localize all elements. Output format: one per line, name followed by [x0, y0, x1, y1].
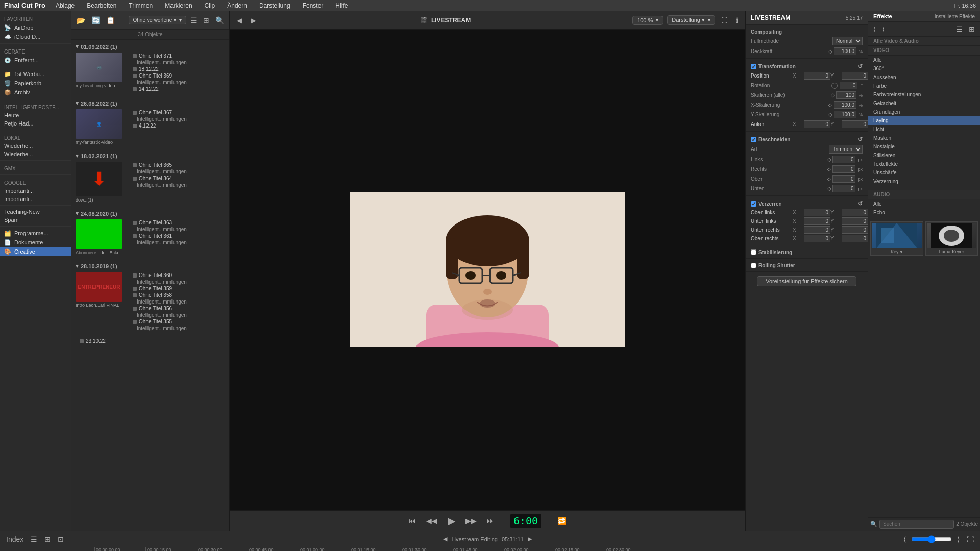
- sidebar-item-programme[interactable]: 🗂️ Programme...: [0, 229, 71, 238]
- date-arrow-5[interactable]: ▾: [76, 263, 79, 269]
- crop-type-select[interactable]: Trimmen: [829, 145, 863, 154]
- browser-icon-btn1[interactable]: 📂: [75, 15, 87, 26]
- sidebar-item-creative[interactable]: 🎨 Creative: [0, 247, 71, 256]
- menu-darstellung[interactable]: Darstellung: [257, 2, 292, 9]
- timeline-view-btn1[interactable]: ☰: [29, 534, 39, 544]
- view-list-btn[interactable]: ☰: [188, 15, 199, 26]
- effects-cat-alle[interactable]: Alle: [868, 56, 980, 64]
- video-header[interactable]: VIDEO: [868, 46, 980, 55]
- timeline-view-btn3[interactable]: ⊡: [56, 534, 66, 544]
- control-skip-fwd[interactable]: ⏭: [485, 516, 496, 526]
- browser-icon-btn3[interactable]: 📋: [104, 15, 117, 26]
- effects-grid-view[interactable]: ⊞: [967, 24, 977, 34]
- rolling-shutter-checkbox[interactable]: [751, 263, 756, 268]
- distort-tr-x[interactable]: [804, 235, 830, 242]
- crop-left-input[interactable]: [832, 156, 855, 163]
- effects-cat-farbvorei[interactable]: Farbvoreinstellungen: [868, 90, 980, 99]
- event-ohne-361[interactable]: Ohne Titel 361: [125, 233, 225, 239]
- sidebar-item-airdrop[interactable]: 📡 AirDrop: [0, 23, 71, 32]
- effects-list-view[interactable]: ☰: [954, 24, 965, 34]
- effects-cat-grundlagen[interactable]: Grundlagen: [868, 108, 980, 116]
- menu-clip[interactable]: Clip: [203, 2, 217, 9]
- date-arrow-2[interactable]: ▾: [76, 100, 79, 107]
- effects-cat-verzerrung[interactable]: Verzerrung: [868, 177, 980, 186]
- menu-fenster[interactable]: Fenster: [301, 2, 326, 9]
- app-name[interactable]: Final Cut Pro: [4, 2, 45, 9]
- anchor-x-input[interactable]: [804, 120, 830, 128]
- control-skip-back[interactable]: ⏮: [407, 516, 418, 526]
- sidebar-item-icloud[interactable]: ☁️ iCloud D...: [0, 32, 71, 41]
- settings-btn[interactable]: ℹ: [733, 15, 740, 26]
- distort-br-y[interactable]: [842, 226, 868, 234]
- timeline-fullscreen[interactable]: ⛶: [965, 534, 976, 544]
- menu-ablage[interactable]: Ablage: [54, 2, 77, 9]
- opacity-input[interactable]: [834, 47, 856, 55]
- nav-back-btn[interactable]: ◀: [443, 536, 447, 542]
- control-prev-frame[interactable]: ◀◀: [424, 516, 439, 526]
- effects-cat-nostalgie[interactable]: Nostalgie: [868, 142, 980, 151]
- control-loop[interactable]: 🔁: [555, 516, 568, 526]
- sidebar-item-1st[interactable]: 📁 1st Werbu...: [0, 69, 71, 79]
- sidebar-item-petjo[interactable]: Petjo Had...: [0, 119, 71, 128]
- timeline-zoom-out[interactable]: ⟨: [901, 534, 908, 544]
- event-ohne-359[interactable]: Ohne Titel 359: [125, 285, 225, 292]
- event-ohne-355[interactable]: Ohne Titel 355: [125, 318, 225, 325]
- crop-bottom-input[interactable]: [832, 185, 855, 192]
- timeline-view-btn2[interactable]: ⊞: [42, 534, 53, 544]
- sidebar-item-dokumente[interactable]: 📄 Dokumente: [0, 238, 71, 247]
- distort-reset[interactable]: ↺: [857, 200, 863, 207]
- crop-checkbox[interactable]: [751, 137, 756, 142]
- crop-right-input[interactable]: [832, 165, 855, 173]
- event-ohne-365[interactable]: Ohne Titel 365: [125, 162, 225, 168]
- sidebar-item-important1[interactable]: Importanti...: [0, 187, 71, 195]
- menu-markieren[interactable]: Markieren: [163, 2, 194, 9]
- effects-cat-aussehen[interactable]: Aussehen: [868, 73, 980, 82]
- effects-cat-laying[interactable]: Laying: [868, 116, 980, 125]
- filter-dropdown[interactable]: Ohne verworfene ▾: [129, 16, 187, 24]
- view-mode-dropdown[interactable]: Darstellung ▾: [667, 15, 715, 25]
- sidebar-item-teaching[interactable]: Teaching-New: [0, 208, 71, 216]
- event-ohne-356[interactable]: Ohne Titel 356: [125, 305, 225, 312]
- control-play[interactable]: ▶: [446, 514, 457, 528]
- event-intelligent-1[interactable]: Intelligent...mmlungen: [125, 59, 225, 66]
- effects-cat-gekachelt[interactable]: Gekachelt: [868, 99, 980, 108]
- zoom-dropdown[interactable]: 100 %: [632, 16, 663, 25]
- sidebar-item-archiv[interactable]: 📦 Archiv: [0, 88, 71, 97]
- menu-hilfe[interactable]: Hilfe: [333, 2, 350, 9]
- event-ohne-358[interactable]: Ohne Titel 358: [125, 292, 225, 298]
- fill-method-select[interactable]: Normal: [832, 37, 863, 45]
- scale-y-input[interactable]: [834, 111, 856, 118]
- browser-icon-btn2[interactable]: 🔄: [89, 15, 102, 26]
- event-ohne-360[interactable]: Ohne Titel 360: [125, 272, 225, 279]
- event-4122[interactable]: 4.12.22: [125, 122, 225, 129]
- menu-trimmen[interactable]: Trimmen: [127, 2, 155, 9]
- menu-bearbeiten[interactable]: Bearbeiten: [85, 2, 118, 9]
- distort-bl-x[interactable]: [804, 217, 830, 225]
- effects-cat-audio-alle[interactable]: Alle: [868, 199, 980, 208]
- sidebar-item-wiederherstellen2[interactable]: Wiederhe...: [0, 150, 71, 158]
- event-intelligent-9[interactable]: Intelligent...mmlungen: [125, 298, 225, 305]
- distort-tl-x[interactable]: [804, 209, 830, 216]
- effect-luma-keyer[interactable]: Luma-Keyer: [925, 221, 978, 256]
- nav-fwd-btn[interactable]: ▶: [528, 536, 532, 542]
- effects-cat-360[interactable]: 360°: [868, 64, 980, 73]
- effects-btn2[interactable]: ⟩: [880, 24, 887, 34]
- event-intelligent-8[interactable]: Intelligent...mmlungen: [125, 279, 225, 285]
- effects-cat-echo[interactable]: Echo: [868, 208, 980, 217]
- search-btn[interactable]: 🔍: [213, 15, 226, 26]
- all-video-audio-header[interactable]: Alle Video & Audio: [868, 37, 980, 46]
- sidebar-item-heute[interactable]: Heute: [0, 111, 71, 119]
- timeline-btn1[interactable]: Index: [4, 534, 26, 544]
- effects-cat-stilisieren[interactable]: Stilisieren: [868, 151, 980, 160]
- timeline-zoom-slider[interactable]: [911, 535, 952, 543]
- transformation-reset[interactable]: ↺: [857, 63, 863, 70]
- effects-cat-unschaerfe[interactable]: Unschärfe: [868, 168, 980, 177]
- preview-nav-fwd[interactable]: ▶: [249, 15, 258, 26]
- scale-all-input[interactable]: [836, 91, 856, 99]
- event-ohne-364[interactable]: Ohne Titel 364: [125, 175, 225, 182]
- distort-tr-y[interactable]: [842, 235, 868, 242]
- rotation-input[interactable]: [840, 82, 857, 89]
- sidebar-item-spam[interactable]: Spam: [0, 216, 71, 224]
- event-intelligent-7[interactable]: Intelligent...mmlungen: [125, 239, 225, 246]
- date-arrow-4[interactable]: ▾: [76, 210, 79, 217]
